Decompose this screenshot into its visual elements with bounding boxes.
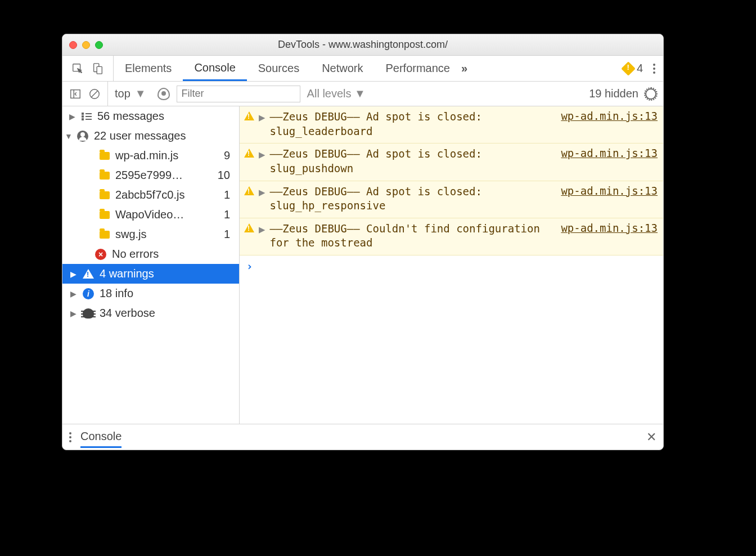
collapse-caret-icon: ▼	[65, 132, 71, 141]
main-area: ▶ 56 messages ▼ 22 user messages wp-ad.m…	[62, 106, 663, 424]
folder-icon	[100, 231, 110, 239]
expand-caret-icon[interactable]: ▶	[259, 111, 265, 123]
expand-caret-icon[interactable]: ▶	[259, 223, 265, 235]
warning-icon	[621, 61, 635, 75]
window-title: DevTools - www.washingtonpost.com/	[62, 39, 663, 51]
sidebar-errors[interactable]: ▶ × No errors	[62, 244, 239, 264]
sidebar-file-item[interactable]: swg.js 1	[62, 225, 239, 244]
console-message-warning[interactable]: ▶ ––Zeus DEBUG–– Couldn't find configura…	[240, 218, 663, 255]
sidebar-file-item[interactable]: WapoVideo… 1	[62, 205, 239, 225]
console-toolbar: top ▼ All levels ▼ 19 hidden	[62, 82, 663, 106]
sidebar-item-label: No errors	[112, 248, 159, 261]
sidebar-item-label: 18 info	[100, 287, 133, 300]
tab-console[interactable]: Console	[183, 56, 246, 81]
more-tabs-button[interactable]: »	[461, 62, 467, 75]
file-name: 2abcb5f7c0.js	[115, 189, 184, 201]
sidebar-item-label: 56 messages	[97, 110, 164, 123]
folder-icon	[100, 152, 110, 160]
tab-elements[interactable]: Elements	[114, 56, 183, 81]
message-source-link[interactable]: wp-ad.min.js:13	[561, 185, 658, 197]
titlebar: DevTools - www.washingtonpost.com/	[62, 34, 663, 56]
expand-caret-icon: ▶	[70, 270, 77, 279]
tab-sources[interactable]: Sources	[247, 56, 310, 81]
folder-icon	[100, 211, 110, 219]
file-name: WapoVideo…	[115, 208, 184, 221]
drawer: Console ✕	[62, 424, 663, 450]
tab-network[interactable]: Network	[310, 56, 374, 81]
file-name: swg.js	[115, 228, 147, 241]
panel-tabs: Elements Console Sources Network Perform…	[62, 56, 663, 82]
sidebar-user-messages[interactable]: ▼ 22 user messages	[62, 126, 239, 146]
sidebar-warnings[interactable]: ▶ ! 4 warnings	[62, 264, 239, 284]
message-text: ––Zeus DEBUG–– Couldn't find configurati…	[269, 222, 556, 250]
close-drawer-button[interactable]: ✕	[646, 430, 656, 445]
expand-caret-icon[interactable]: ▶	[259, 148, 265, 160]
hidden-messages-count[interactable]: 19 hidden	[589, 87, 638, 100]
console-message-warning[interactable]: ▶ ––Zeus DEBUG–– Ad spot is closed: slug…	[240, 181, 663, 218]
expand-caret-icon: ▶	[69, 112, 76, 121]
warnings-badge[interactable]: 4	[623, 62, 643, 75]
bug-icon	[83, 308, 94, 319]
console-message-warning[interactable]: ▶ ––Zeus DEBUG–– Ad spot is closed: slug…	[240, 144, 663, 181]
sidebar-info[interactable]: ▶ i 18 info	[62, 284, 239, 303]
file-count: 1	[224, 228, 233, 241]
console-messages: ▶ ––Zeus DEBUG–– Ad spot is closed: slug…	[240, 106, 663, 424]
dropdown-caret-icon: ▼	[135, 87, 146, 100]
warning-icon: !	[83, 269, 94, 279]
inspect-element-icon[interactable]	[71, 62, 84, 75]
warning-icon	[244, 149, 254, 158]
log-levels-dropdown[interactable]: All levels ▼	[307, 87, 366, 100]
sidebar-file-item[interactable]: 2abcb5f7c0.js 1	[62, 185, 239, 205]
sidebar-item-label: 22 user messages	[94, 129, 186, 142]
message-source-link[interactable]: wp-ad.min.js:13	[561, 110, 658, 122]
file-name: wp-ad.min.js	[115, 149, 178, 162]
sidebar-messages[interactable]: ▶ 56 messages	[62, 106, 239, 126]
message-text: ––Zeus DEBUG–– Ad spot is closed: slug_p…	[269, 147, 556, 176]
sidebar-item-label: 4 warnings	[100, 267, 154, 280]
message-text: ––Zeus DEBUG–– Ad spot is closed: slug_l…	[269, 110, 556, 138]
svg-line-6	[92, 91, 98, 97]
message-source-link[interactable]: wp-ad.min.js:13	[561, 147, 658, 159]
console-sidebar: ▶ 56 messages ▼ 22 user messages wp-ad.m…	[62, 106, 240, 424]
expand-caret-icon[interactable]: ▶	[259, 186, 265, 198]
user-icon	[77, 131, 88, 142]
clear-console-icon[interactable]	[88, 88, 101, 100]
settings-menu-button[interactable]	[653, 64, 655, 74]
warning-icon	[244, 223, 254, 232]
sidebar-file-item[interactable]: 2595e7999… 10	[62, 165, 239, 185]
list-icon	[82, 113, 92, 120]
file-name: 2595e7999…	[115, 169, 183, 182]
sidebar-verbose[interactable]: ▶ 34 verbose	[62, 303, 239, 323]
drawer-menu-button[interactable]	[69, 432, 71, 442]
sidebar-file-item[interactable]: wp-ad.min.js 9	[62, 146, 239, 165]
devtools-window: DevTools - www.washingtonpost.com/ Eleme…	[62, 34, 664, 450]
context-selector[interactable]: top	[115, 87, 130, 100]
expand-caret-icon: ▶	[70, 309, 77, 318]
expand-caret-icon: ▶	[70, 289, 77, 298]
toggle-sidebar-icon[interactable]	[69, 88, 82, 100]
folder-icon	[100, 172, 110, 180]
device-toggle-icon[interactable]	[92, 62, 104, 75]
warning-icon	[244, 111, 254, 120]
console-settings-icon[interactable]	[645, 88, 656, 100]
warning-icon	[244, 186, 254, 195]
folder-icon	[100, 191, 110, 199]
file-count: 10	[218, 169, 233, 182]
console-message-warning[interactable]: ▶ ––Zeus DEBUG–– Ad spot is closed: slug…	[240, 106, 663, 144]
info-icon: i	[83, 288, 94, 299]
filter-input[interactable]	[177, 86, 300, 102]
file-count: 9	[224, 149, 233, 162]
error-icon: ×	[95, 249, 106, 260]
message-text: ––Zeus DEBUG–– Ad spot is closed: slug_h…	[269, 185, 556, 213]
console-prompt[interactable]: ›	[240, 255, 663, 277]
tab-performance[interactable]: Performance	[375, 56, 462, 81]
svg-rect-2	[97, 66, 102, 74]
file-count: 1	[224, 189, 233, 201]
message-source-link[interactable]: wp-ad.min.js:13	[561, 222, 658, 234]
sidebar-item-label: 34 verbose	[100, 307, 155, 320]
file-count: 1	[224, 208, 233, 221]
live-expression-icon[interactable]	[158, 88, 170, 100]
drawer-tab-console[interactable]: Console	[80, 430, 122, 448]
